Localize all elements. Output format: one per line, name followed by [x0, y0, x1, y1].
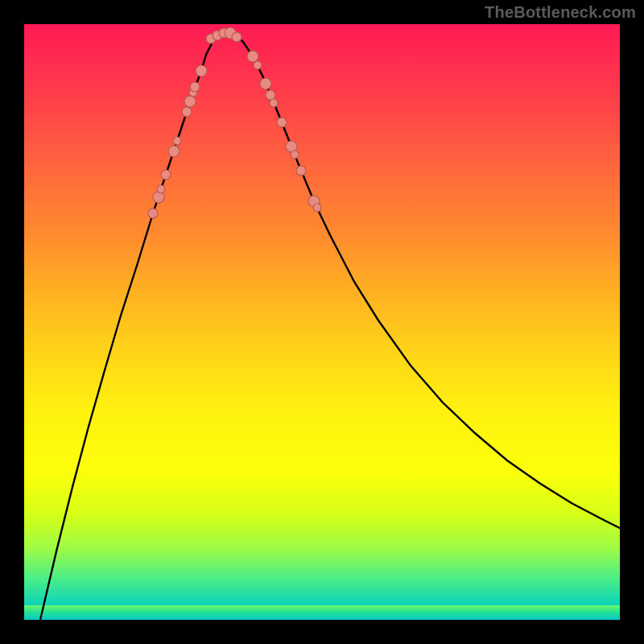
- watermark-text: TheBottleneck.com: [485, 3, 636, 22]
- highlight-dot: [161, 170, 171, 180]
- highlight-dot: [254, 61, 262, 69]
- highlight-dot: [291, 151, 299, 159]
- highlight-dot: [232, 32, 242, 42]
- highlight-dot: [182, 107, 192, 117]
- plot-area: [24, 24, 620, 620]
- highlight-dot: [296, 166, 306, 175]
- highlight-dot: [277, 118, 287, 127]
- highlight-dot: [173, 137, 181, 145]
- highlight-dot: [247, 51, 258, 62]
- highlight-dot: [270, 99, 278, 107]
- highlight-dot: [266, 90, 275, 100]
- chart-svg: [24, 24, 620, 620]
- highlight-dot: [168, 146, 180, 157]
- highlight-dot: [313, 204, 321, 212]
- highlight-dot: [196, 65, 207, 76]
- highlight-dot: [157, 185, 165, 193]
- highlight-dot: [184, 96, 196, 107]
- highlight-dot: [148, 208, 158, 218]
- highlight-dot: [260, 78, 271, 89]
- chart-frame: TheBottleneck.com: [0, 0, 644, 644]
- highlight-dot: [190, 82, 200, 92]
- highlight-dots-group: [148, 27, 321, 218]
- bottleneck-curve: [40, 32, 620, 620]
